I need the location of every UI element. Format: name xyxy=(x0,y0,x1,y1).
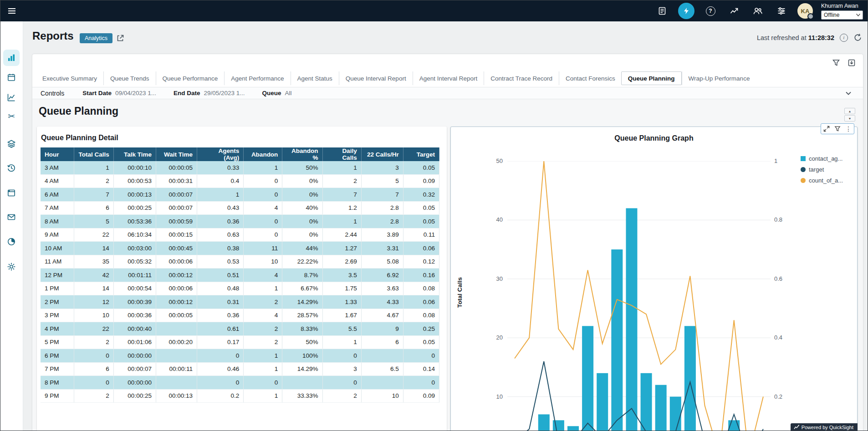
kebab-menu-icon[interactable]: ⋮ xyxy=(843,124,854,134)
app-window: ? KA Khurram Awan Offline xyxy=(0,0,868,431)
table-row: 9 PM200:00:2500:00:130.2133.33%2100.09 xyxy=(41,389,439,403)
sidebar-calendar-icon[interactable] xyxy=(3,69,20,86)
sidebar-scissors-icon[interactable]: ✂ xyxy=(3,108,20,124)
tab-queue-performance[interactable]: Queue Performance xyxy=(156,71,225,85)
sidebar-history-icon[interactable] xyxy=(3,160,20,176)
sidebar-layers-icon[interactable] xyxy=(3,136,20,152)
combo-chart-plot xyxy=(507,161,771,431)
analytics-badge: Analytics xyxy=(80,33,112,43)
quicksight-logo-icon xyxy=(794,425,799,430)
export-download-icon[interactable] xyxy=(848,59,856,67)
table-row: 9 AM2206:10:3400:00:150.6300%2.443.890.1… xyxy=(41,228,439,242)
column-header-total-calls[interactable]: Total Calls xyxy=(74,147,113,161)
refresh-icon[interactable] xyxy=(853,33,862,42)
sidebar-gear-icon[interactable] xyxy=(3,259,20,275)
chart-title: Queue Planning Graph xyxy=(451,134,857,142)
menu-icon[interactable] xyxy=(7,6,17,16)
tab-queue-planning[interactable]: Queue Planning xyxy=(621,71,682,85)
table-row: 4 PM2200:00:400.6128.33%5.590.25 xyxy=(41,322,439,336)
sheet-title: Queue Planning xyxy=(39,105,118,117)
queue-planning-table: HourTotal CallsTalk TimeWait TimeAgents … xyxy=(41,147,439,403)
filter-end-date[interactable]: End Date29/05/2023 1... xyxy=(174,90,245,96)
last-refreshed-time: 11:28:32 xyxy=(808,34,834,41)
last-refreshed-label: Last refreshed at 11:28:32 xyxy=(757,34,834,41)
scissors-glyph: ✂ xyxy=(8,111,15,122)
visual-filter-icon[interactable] xyxy=(832,124,843,134)
tab-contract-trace-record[interactable]: Contract Trace Record xyxy=(484,71,559,85)
maximize-icon[interactable] xyxy=(821,124,832,134)
question-glyph: ? xyxy=(706,6,715,16)
filter-funnel-icon[interactable] xyxy=(832,59,840,67)
scroll-down-button[interactable]: ▼ xyxy=(844,115,855,122)
tab-agent-interval-report[interactable]: Agent Interval Report xyxy=(413,71,484,85)
table-row: 4 AM200:00:5300:00:310.400%250.09 xyxy=(41,174,439,188)
table-row: 3 AM100:00:1000:00:050.33150%130.05 xyxy=(41,161,439,174)
table-row: 1 PM1400:00:5400:00:060.4816.67%1.753.63… xyxy=(41,282,439,295)
realtime-bolt-icon[interactable] xyxy=(678,3,694,19)
sidebar-window-icon[interactable] xyxy=(3,185,20,201)
filter-queue[interactable]: QueueAll xyxy=(262,90,292,96)
tab-executive-summary[interactable]: Executive Summary xyxy=(36,71,103,85)
info-icon[interactable]: i xyxy=(840,34,848,42)
scroll-up-button[interactable]: ▲ xyxy=(844,108,855,114)
users-icon[interactable] xyxy=(750,3,766,19)
column-header-wait-time[interactable]: Wait Time xyxy=(156,147,197,161)
presence-status-dot xyxy=(807,13,814,20)
table-row: 7 PM600:00:0700:00:110.46114.29%36.50.14 xyxy=(41,362,439,376)
external-link-icon[interactable] xyxy=(116,34,124,42)
top-bar: ? KA Khurram Awan Offline xyxy=(0,0,868,21)
table-row: 7 AM600:00:2500:00:070.43440%1.22.80.05 xyxy=(41,201,439,215)
chart-visual: ⋮ Queue Planning Graph Total Calls 50403… xyxy=(450,127,858,431)
tab-bar: Executive SummaryQueue TrendsQueue Perfo… xyxy=(36,71,804,85)
sidebar: ✂ xyxy=(0,21,23,431)
settings-sliders-icon[interactable] xyxy=(774,3,789,19)
legend-contact-ag[interactable]: contact_ag... xyxy=(801,155,843,162)
legend-count-of-a[interactable]: count_of_a... xyxy=(801,177,843,184)
page-title: Reports xyxy=(32,30,74,42)
column-header-daily-calls[interactable]: Daily Calls xyxy=(322,147,361,161)
column-header-22-calls-hr[interactable]: 22 Calls/Hr xyxy=(361,147,403,161)
table-row: 8 AM500:53:3600:00:590.3600%12.80.05 xyxy=(41,215,439,228)
table-visual: Queue Planning Detail HourTotal CallsTal… xyxy=(37,127,447,431)
avatar[interactable]: KA xyxy=(797,3,813,19)
help-icon[interactable]: ? xyxy=(703,3,718,19)
tab-queue-interval-report[interactable]: Queue Interval Report xyxy=(339,71,413,85)
tab-wrap-up-performance[interactable]: Wrap-Up Performance xyxy=(682,71,756,85)
metrics-icon[interactable] xyxy=(726,3,742,19)
table-row: 6 PM000:00:0001100%00 xyxy=(41,349,439,363)
tab-agent-performance[interactable]: Agent Performance xyxy=(224,71,290,85)
sidebar-mail-icon[interactable] xyxy=(3,209,20,225)
column-header-hour[interactable]: Hour xyxy=(41,147,74,161)
table-row: 6 AM700:00:1300:00:07100%770.32 xyxy=(41,188,439,202)
tab-contact-forensics[interactable]: Contact Forensics xyxy=(559,71,622,85)
agent-status-select[interactable]: Offline xyxy=(821,10,863,20)
tab-queue-trends[interactable]: Queue Trends xyxy=(103,71,156,85)
controls-label: Controls xyxy=(41,90,64,97)
powered-by-badge[interactable]: Powered by QuickSight xyxy=(791,423,858,431)
table-row: 11 AM3500:05:3200:00:060.531022.22%2.695… xyxy=(41,255,439,269)
table-row: 3 PM1000:00:3600:00:050.36428.57%1.674.6… xyxy=(41,309,439,322)
tab-agent-status[interactable]: Agent Status xyxy=(291,71,339,85)
sidebar-line-chart-icon[interactable] xyxy=(3,89,20,106)
chevron-down-icon xyxy=(856,14,860,16)
sidebar-reports-icon[interactable] xyxy=(3,50,20,66)
visual-toolbar: ⋮ xyxy=(821,123,854,134)
table-row: 2 PM1200:00:3900:00:120.31214.29%1.334.3… xyxy=(41,295,439,309)
legend-target[interactable]: target xyxy=(801,166,843,173)
sheet-scroll-spinner: ▲ ▼ xyxy=(844,108,855,122)
table-row: 10 AM1400:03:0000:00:450.381144%1.273.31… xyxy=(41,242,439,255)
column-header-talk-time[interactable]: Talk Time xyxy=(113,147,156,161)
sidebar-pie-chart-icon[interactable] xyxy=(3,233,20,250)
table-row: 8 PM000:00:000000 xyxy=(41,376,439,390)
user-name: Khurram Awan xyxy=(821,3,863,9)
column-header-target[interactable]: Target xyxy=(403,147,439,161)
column-header-abandon[interactable]: Abandon % xyxy=(282,147,322,161)
chart-legend: contact_ag...targetcount_of_a... xyxy=(801,155,843,184)
column-header-abandon[interactable]: Abandon xyxy=(244,147,282,161)
avatar-initials: KA xyxy=(801,8,810,15)
filter-start-date[interactable]: Start Date09/04/2023 1... xyxy=(82,90,156,96)
notes-icon[interactable] xyxy=(654,3,670,19)
column-header-agents-avg[interactable]: Agents (Avg) xyxy=(197,147,244,161)
collapse-controls-chevron-icon[interactable] xyxy=(845,90,852,97)
table-row: 5 PM200:01:0600:00:200.17250%160.05 xyxy=(41,335,439,349)
